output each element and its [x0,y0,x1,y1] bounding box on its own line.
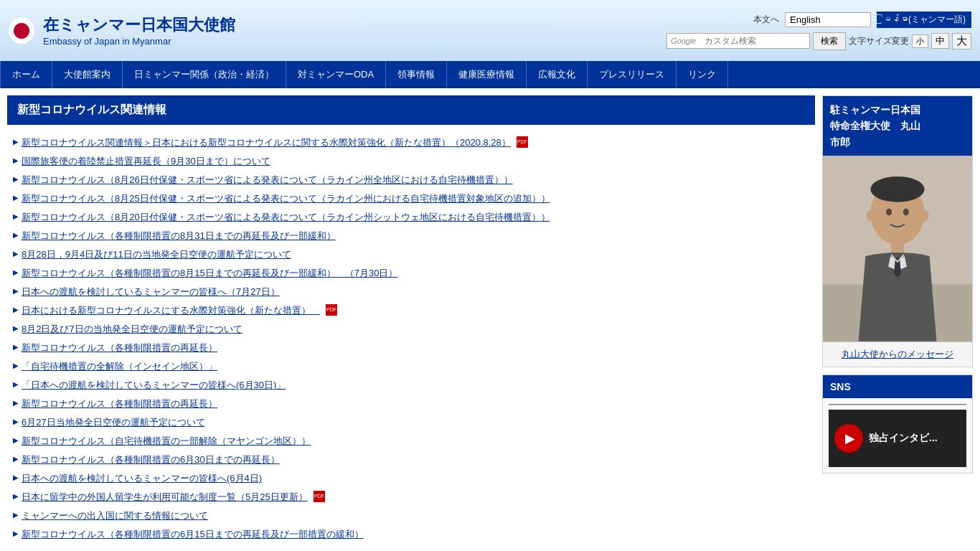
news-link[interactable]: 新型コロナウイルス（8月25日付保健・スポーツ省による発表について（ラカイン州に… [22,192,550,205]
list-item: 新型コロナウイルス（各種制限措置の再延長） [13,395,809,413]
news-link[interactable]: 「日本への渡航を検討しているミャンマーの皆様へ(6月30日)」 [22,379,286,392]
sns-title: SNS [823,375,972,398]
pdf-icon: PDF [314,491,325,502]
main-wrapper: 新型コロナウイルス関連情報 新型コロナウイルス関連情報＞日本における新型コロナウ… [0,88,980,551]
news-list: 新型コロナウイルス関連情報＞日本における新型コロナウイルスに関する水際対策強化（… [7,133,815,544]
news-link[interactable]: 日本に留学中の外国人留学生が利用可能な制度一覧（5月25日更新） [22,491,308,504]
google-label: Google [671,37,696,45]
list-item: 新型コロナウイルス（各種制限措置の8月31日までの再延長及び一部緩和） [13,227,809,245]
header-right: 本文へ မြန်မာ(ミャンマー語) Google 検索 文字サイズ変更 小 中… [666,11,971,50]
list-item: 新型コロナウイルス関連情報＞日本における新型コロナウイルスに関する水際対策強化（… [13,133,809,152]
news-link[interactable]: 8月2日及び7日の当地発全日空便の運航予定について [22,323,242,336]
font-size-large-button[interactable]: 大 [952,33,971,50]
play-button[interactable]: ▶ [834,424,863,453]
pdf-icon: PDF [326,304,337,316]
site-title: 在ミャンマー日本国大使館 Embassy of Japan in Myanmar [43,14,235,47]
news-link[interactable]: 日本への渡航を検討しているミャンマーの皆様へ（7月27日） [22,286,280,298]
ambassador-section: 駐ミャンマー日本国特命全権大使 丸山市郎 [822,95,973,367]
news-link[interactable]: 新型コロナウイルス（8月20日付保健・スポーツ省による発表について（ラカイン州シ… [22,211,550,224]
section-title: 新型コロナウイルス関連情報 [7,95,815,125]
svg-point-1 [14,23,29,39]
news-link[interactable]: ミャンマーへの出入国に関する情報について [22,509,208,522]
nav-embassy[interactable]: 大使館案内 [52,61,123,88]
list-item: 新型コロナウイルス（自宅待機措置の一部解除（マヤンゴン地区）） [13,432,809,451]
nav-oda[interactable]: 対ミャンマーODA [286,61,386,88]
news-link[interactable]: 日本における新型コロナウイルスにする水際対策強化（新たな措置） [22,304,320,317]
news-link[interactable]: 新型コロナウイルス関連情報＞日本における新型コロナウイルスに関する水際対策強化（… [22,136,511,149]
list-item: 新型コロナウイルス（各種制限措置の8月15日までの再延長及び一部緩和） （7月3… [13,264,809,283]
font-size-bar: 文字サイズ変更 小 中 大 [849,33,971,50]
video-thumbnail[interactable]: ▶ 独占インタビ... [829,410,966,467]
header-left: 在ミャンマー日本国大使館 Embassy of Japan in Myanmar [9,14,235,47]
search-input-wrap: Google [666,33,810,49]
sns-content: ▶ 独占インタビ... [823,398,972,473]
header: 在ミャンマー日本国大使館 Embassy of Japan in Myanmar… [0,0,980,61]
list-item: 日本に留学中の外国人留学生が利用可能な制度一覧（5月25日更新）PDF [13,488,809,507]
sidebar: 駐ミャンマー日本国特命全権大使 丸山市郎 [822,95,973,544]
content-area: 新型コロナウイルス関連情報 新型コロナウイルス関連情報＞日本における新型コロナウ… [7,95,815,544]
news-link[interactable]: 新型コロナウイルス（各種制限措置の6月15日までの再延長及び一部措置の緩和） [22,528,364,541]
news-link[interactable]: 新型コロナウイルス（各種制限措置の8月31日までの再延長及び一部緩和） [22,230,336,242]
list-item: 新型コロナウイルス（各種制限措置の再延長） [13,339,809,357]
nav-links[interactable]: リンク [677,61,728,88]
japan-flag-icon [9,18,34,44]
english-input[interactable] [785,12,871,27]
lang-bar: 本文へ မြန်မာ(ミャンマー語) [753,11,971,28]
main-nav: ホーム大使館案内日ミャンマー関係（政治・経済）対ミャンマーODA領事情報健康医療… [0,61,980,88]
news-link[interactable]: 8月28日，9月4日及び11日の当地発全日空便の運航予定について [22,248,291,261]
play-icon: ▶ [845,430,855,446]
list-item: 日本への渡航を検討しているミャンマーの皆様へ(6月4日) [13,469,809,488]
news-link[interactable]: 「自宅待機措置の全解除（インセイン地区）」 [22,360,217,373]
nav-home[interactable]: ホーム [0,61,52,88]
list-item: 日本における新型コロナウイルスにする水際対策強化（新たな措置） PDF [13,301,809,320]
news-link[interactable]: 日本への渡航を検討しているミャンマーの皆様へ(6月4日) [22,472,262,485]
list-item: 新型コロナウイルス（8月20日付保健・スポーツ省による発表について（ラカイン州シ… [13,208,809,227]
list-item: 8月2日及び7日の当地発全日空便の運航予定について [13,320,809,339]
list-item: 8月28日，9月4日及び11日の当地発全日空便の運航予定について [13,245,809,264]
font-size-small-button[interactable]: 小 [912,34,928,48]
list-item: ミャンマーへの出入国に関する情報について [13,507,809,525]
news-link[interactable]: 新型コロナウイルス（各種制限措置の再延長） [22,342,217,354]
search-bar: Google 検索 文字サイズ変更 小 中 大 [666,32,971,50]
search-button[interactable]: 検索 [813,32,846,50]
news-link[interactable]: 6月27日当地発全日空便の運航予定について [22,416,205,429]
news-link[interactable]: 国際旅客便の着陸禁止措置再延長（9月30日まで）について [22,155,270,168]
list-item: 新型コロナウイルス（8月25日付保健・スポーツ省による発表について（ラカイン州に… [13,189,809,208]
nav-press[interactable]: プレスリリース [588,61,677,88]
font-size-medium-button[interactable]: 中 [931,33,949,49]
list-item: 6月27日当地発全日空便の運航予定について [13,413,809,432]
nav-culture[interactable]: 広報文化 [527,61,588,88]
site-title-en: Embassy of Japan in Myanmar [43,36,235,47]
svg-point-10 [920,210,929,222]
svg-point-6 [886,209,892,216]
list-item: 「自宅待機措置の全解除（インセイン地区）」 [13,357,809,376]
list-item: 「日本への渡航を検討しているミャンマーの皆様へ(6月30日)」 [13,376,809,395]
news-link[interactable]: 新型コロナウイルス（各種制限措置の8月15日までの再延長及び一部緩和） （7月3… [22,267,397,280]
list-item: 新型コロナウイルス（各種制限措置の6月30日までの再延長） [13,451,809,469]
news-link[interactable]: 新型コロナウイルス（各種制限措置の再延長） [22,397,217,410]
nav-relations[interactable]: 日ミャンマー関係（政治・経済） [123,61,286,88]
video-label: 独占インタビ... [869,432,938,445]
svg-point-7 [903,209,909,216]
ambassador-title-text: 駐ミャンマー日本国特命全権大使 丸山市郎 [830,104,920,148]
list-item: 日本への渡航を検討しているミャンマーの皆様へ（7月27日） [13,283,809,301]
video-thumb-inner: ▶ 独占インタビ... [829,424,966,453]
news-link[interactable]: 新型コロナウイルス（各種制限措置の6月30日までの再延長） [22,453,280,466]
myanmar-lang-link[interactable]: မြန်မာ(ミャンマー語) [877,11,971,28]
nav-consular[interactable]: 領事情報 [386,61,447,88]
svg-point-9 [866,210,875,222]
ambassador-photo [823,156,972,342]
font-size-label: 文字サイズ変更 [849,35,909,47]
site-title-ja: 在ミャンマー日本国大使館 [43,14,235,36]
ambassador-message-link[interactable]: 丸山大使からのメッセージ [842,349,953,359]
nav-health[interactable]: 健康医療情報 [447,61,527,88]
pdf-icon: PDF [517,136,528,148]
sns-section: SNS ▶ 独占インタビ... [822,375,973,474]
list-item: 国際旅客便の着陸禁止措置再延長（9月30日まで）について [13,152,809,171]
news-link[interactable]: 新型コロナウイルス（8月26日付保健・スポーツ省による発表について（ラカイン州全… [22,174,513,187]
honbun-link[interactable]: 本文へ [753,14,779,26]
news-link[interactable]: 新型コロナウイルス（自宅待機措置の一部解除（マヤンゴン地区）） [22,435,311,448]
ambassador-title: 駐ミャンマー日本国特命全権大使 丸山市郎 [823,96,972,156]
svg-point-5 [870,176,924,202]
list-item: 新型コロナウイルス（各種制限措置の6月15日までの再延長及び一部措置の緩和） [13,525,809,544]
